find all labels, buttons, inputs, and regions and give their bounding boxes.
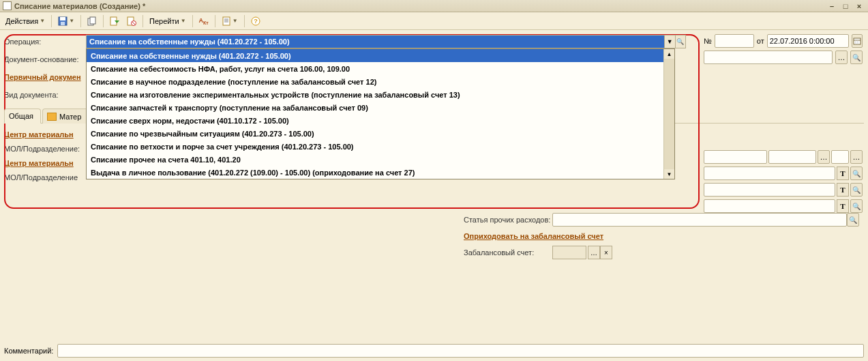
post-icon <box>110 16 119 26</box>
actions-menu[interactable]: Действия ▼ <box>3 14 48 28</box>
operation-dropdown-item[interactable]: Выдача в личное пользование (401.20.272 … <box>87 166 663 179</box>
copy-button[interactable] <box>85 14 100 28</box>
separator <box>51 15 52 27</box>
chevron-down-icon: ▼ <box>69 18 74 24</box>
right-field-1b-more[interactable]: … <box>818 150 830 164</box>
other-expenses-search[interactable] <box>847 213 859 227</box>
tab-materials[interactable]: Матер <box>42 109 89 124</box>
scroll-track[interactable] <box>664 59 674 169</box>
calendar-button[interactable] <box>852 34 863 48</box>
mol-label-1: МОЛ/Подразделение: <box>4 145 100 153</box>
save-icon <box>58 16 68 26</box>
other-expenses-label: Статья прочих расходов: <box>464 216 552 224</box>
svg-text:?: ? <box>254 18 258 25</box>
chevron-down-icon: ▼ <box>233 18 238 24</box>
operation-dropdown-list: Списание на собственные нужды (401.20.27… <box>86 48 675 179</box>
right-field-2-search[interactable] <box>850 167 863 180</box>
operation-dropdown-item[interactable]: Списание по ветхости и порче за счет учр… <box>87 140 663 153</box>
operation-dropdown-item[interactable]: Списание в научное подразделение (поступ… <box>87 75 663 88</box>
basis-more-button[interactable]: … <box>835 50 848 64</box>
text-button-4[interactable]: T <box>837 199 849 213</box>
dtkt-button[interactable]: АКт <box>196 14 211 28</box>
operation-dropdown-item[interactable]: Списание по чрезвычайным ситуациям (401.… <box>87 127 663 140</box>
titlebar: Списание материалов (Создание) * – □ × <box>0 0 868 12</box>
operation-dropdown-item[interactable]: Списание на собственные нужды (401.20.27… <box>87 49 663 62</box>
right-field-2[interactable] <box>704 167 835 180</box>
mol-label-2: МОЛ/Подразделение <box>4 173 100 182</box>
comment-input[interactable] <box>57 344 864 358</box>
doc-basis-label: Документ-основание: <box>4 55 86 63</box>
right-field-4-search[interactable] <box>850 199 863 213</box>
tab-general-label: Общая <box>9 112 33 120</box>
doc-number-field[interactable] <box>715 34 754 48</box>
operation-dropdown-input[interactable]: Списание на собственные нужды (401.20.27… <box>86 35 665 48</box>
goto-label: Перейти <box>149 17 179 25</box>
offbalance-more-button[interactable]: … <box>588 246 600 259</box>
dtkt-icon: АКт <box>199 17 209 25</box>
report-button[interactable]: ▼ <box>219 14 241 28</box>
right-field-3-search[interactable] <box>850 183 863 197</box>
scroll-down-button[interactable]: ▼ <box>664 169 674 179</box>
separator <box>80 15 81 27</box>
right-field-1b[interactable] <box>768 150 816 164</box>
tab-materials-label: Матер <box>59 113 81 121</box>
document-icon <box>3 1 12 10</box>
right-field-1[interactable] <box>704 150 767 164</box>
close-button[interactable]: × <box>853 1 865 11</box>
separator <box>143 15 143 27</box>
minimize-button[interactable]: – <box>826 1 838 11</box>
goto-menu[interactable]: Перейти ▼ <box>147 14 189 28</box>
svg-rect-15 <box>854 38 860 44</box>
doc-date-field[interactable] <box>767 34 849 48</box>
operation-dropdown-item[interactable]: Списание на изготовление экспериментальн… <box>87 88 663 101</box>
help-button[interactable]: ? <box>248 14 263 28</box>
actions-label: Действия <box>5 17 38 25</box>
separator <box>192 15 193 27</box>
right-field-1c-more[interactable]: … <box>850 150 863 164</box>
operation-dropdown-item[interactable]: Списание сверх норм, недостачи (401.10.1… <box>87 114 663 127</box>
dropdown-scrollbar[interactable]: ▲ ▼ <box>663 49 674 179</box>
scroll-up-button[interactable]: ▲ <box>664 49 674 59</box>
from-label: от <box>757 37 764 45</box>
post-button[interactable] <box>107 14 122 28</box>
basis-search-button[interactable] <box>850 50 863 64</box>
right-field-3[interactable] <box>704 183 835 197</box>
maximize-button[interactable]: □ <box>839 1 852 11</box>
operation-dropdown-item[interactable]: Списание запчастей к транспорту (поступл… <box>87 101 663 114</box>
svg-rect-4 <box>90 17 95 24</box>
doc-kind-label: Вид документа: <box>4 91 86 99</box>
operation-selected: Списание на собственные нужды (401.20.27… <box>89 38 290 46</box>
right-field-4[interactable] <box>704 199 835 213</box>
operation-dropdown-item[interactable]: Списание на себестоимость НФА, работ, ус… <box>87 62 663 75</box>
offbalance-account-label: Забалансовый счет: <box>464 248 552 257</box>
comment-label: Комментарий: <box>4 347 53 355</box>
operation-dropdown-toggle[interactable]: ▼ <box>665 35 675 48</box>
offbalance-head[interactable]: Оприходовать на забалансовый счет <box>464 232 603 240</box>
unpost-icon <box>127 16 136 26</box>
table-icon <box>47 113 57 121</box>
operation-dropdown-item[interactable]: Списание прочее на счета 401.10, 401.20 <box>87 153 663 166</box>
primary-doc-label[interactable]: Первичный докумен <box>4 73 86 81</box>
calendar-icon <box>853 37 861 45</box>
other-expenses-field[interactable] <box>552 213 847 227</box>
save-button[interactable]: ▼ <box>55 14 77 28</box>
text-button-3[interactable]: T <box>837 183 849 197</box>
unpost-button[interactable] <box>124 14 139 28</box>
separator <box>244 15 245 27</box>
number-label: № <box>704 37 712 45</box>
chevron-down-icon: ▼ <box>181 18 186 24</box>
report-icon <box>222 16 231 26</box>
toolbar: Действия ▼ ▼ Перейти ▼ АКт ▼ <box>0 12 868 30</box>
right-field-1c[interactable] <box>831 150 849 164</box>
offbalance-clear-button[interactable]: × <box>600 246 612 259</box>
operation-open-button[interactable]: 🔍 <box>676 35 686 48</box>
window-title: Списание материалов (Создание) * <box>14 2 824 10</box>
chevron-down-icon: ▼ <box>40 18 45 24</box>
copy-icon <box>87 16 97 26</box>
offbalance-account-field[interactable] <box>552 246 586 259</box>
text-button-2[interactable]: T <box>837 167 849 180</box>
help-icon: ? <box>251 16 260 26</box>
basis-field[interactable] <box>704 50 833 64</box>
tab-general[interactable]: Общая <box>4 109 41 124</box>
svg-rect-1 <box>60 17 65 20</box>
